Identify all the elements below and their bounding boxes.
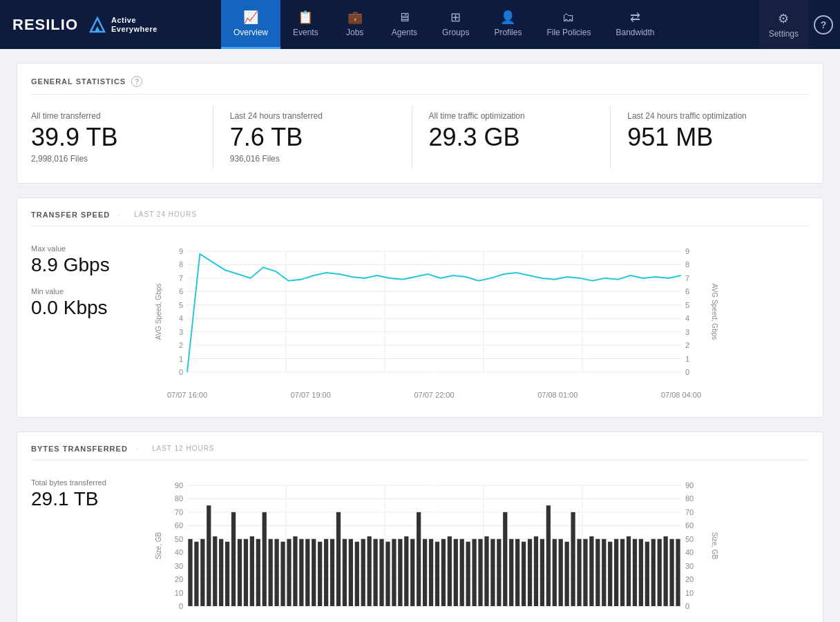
general-stats-section: GENERAL STATISTICS ? All time transferre… bbox=[17, 63, 823, 184]
stat-value-0: 39.9 TB bbox=[31, 124, 196, 151]
stat-value-3: 951 MB bbox=[627, 124, 792, 151]
events-icon: 📋 bbox=[298, 10, 313, 25]
nav-item-bandwidth[interactable]: ⇄Bandwidth bbox=[603, 0, 667, 49]
stats-grid: All time transferred 39.9 TB 2,998,016 F… bbox=[31, 106, 809, 169]
bandwidth-icon: ⇄ bbox=[630, 10, 640, 25]
groups-icon: ⊞ bbox=[450, 10, 461, 25]
stat-block-0: All time transferred 39.9 TB 2,998,016 F… bbox=[31, 106, 213, 169]
overview-icon: 📈 bbox=[243, 10, 258, 25]
brand: RESILIO Active Everywhere bbox=[0, 15, 221, 35]
brand-everywhere: Everywhere bbox=[111, 25, 158, 33]
bytes-transferred-title: BYTES TRANSFERRED bbox=[31, 445, 128, 453]
transfer-speed-section: TRANSFER SPEED · LAST 24 HOURS Max value… bbox=[17, 197, 823, 418]
transfer-speed-subtitle: LAST 24 HOURS bbox=[134, 211, 197, 218]
stat-value-2: 29.3 GB bbox=[429, 124, 594, 151]
brand-logo: Active Everywhere bbox=[88, 15, 158, 35]
stat-sub-1: 936,016 Files bbox=[230, 154, 395, 164]
settings-nav-item[interactable]: ⚙ Settings bbox=[759, 0, 808, 49]
nav-item-overview[interactable]: 📈Overview bbox=[221, 0, 280, 49]
nav-item-events[interactable]: 📋Events bbox=[280, 0, 331, 49]
stat-value-1: 7.6 TB bbox=[230, 124, 395, 151]
brand-name: RESILIO bbox=[12, 16, 78, 34]
stat-label-0: All time transferred bbox=[31, 111, 196, 121]
min-value: 0.0 Kbps bbox=[31, 297, 142, 319]
stat-sub-0: 2,998,016 Files bbox=[31, 154, 196, 164]
max-value: 8.9 Gbps bbox=[31, 254, 142, 276]
nav-item-filepolicies[interactable]: 🗂File Policies bbox=[534, 0, 603, 49]
transfer-speed-chart-wrapper bbox=[153, 237, 809, 403]
bytes-transferred-chart-container: Total bytes transferred 29.1 TB bbox=[31, 472, 809, 622]
stat-label-1: Last 24 hours transferred bbox=[230, 111, 395, 121]
nav-item-agents[interactable]: 🖥Agents bbox=[379, 0, 430, 49]
nav-item-profiles[interactable]: 👤Profiles bbox=[481, 0, 534, 49]
brand-active: Active bbox=[111, 16, 158, 24]
general-stats-title: GENERAL STATISTICS bbox=[31, 77, 126, 86]
jobs-icon: 💼 bbox=[347, 10, 363, 25]
transfer-speed-canvas bbox=[153, 237, 719, 403]
bytes-transferred-subtitle: LAST 12 HOURS bbox=[152, 445, 215, 452]
total-value: 29.1 TB bbox=[31, 488, 142, 510]
settings-label: Settings bbox=[769, 29, 799, 39]
max-label: Max value bbox=[31, 244, 142, 253]
svg-marker-1 bbox=[95, 26, 100, 32]
navbar-right: ⚙ Settings ? bbox=[759, 0, 840, 49]
transfer-speed-title: TRANSFER SPEED bbox=[31, 211, 110, 219]
nav-item-jobs[interactable]: 💼Jobs bbox=[331, 0, 379, 49]
stat-block-1: Last 24 hours transferred 7.6 TB 936,016… bbox=[213, 106, 412, 169]
settings-icon: ⚙ bbox=[778, 11, 789, 26]
transfer-speed-legend: Max value 8.9 Gbps Min value 0.0 Kbps bbox=[31, 237, 142, 330]
general-stats-header: GENERAL STATISTICS ? bbox=[31, 76, 809, 95]
profiles-icon: 👤 bbox=[500, 10, 515, 25]
nav-item-groups[interactable]: ⊞Groups bbox=[430, 0, 481, 49]
main-nav: 📈Overview📋Events💼Jobs🖥Agents⊞Groups👤Prof… bbox=[221, 0, 759, 49]
brand-sub: Active Everywhere bbox=[111, 16, 158, 32]
transfer-speed-chart-container: Max value 8.9 Gbps Min value 0.0 Kbps bbox=[31, 237, 809, 403]
bytes-transferred-canvas bbox=[153, 472, 719, 622]
agents-icon: 🖥 bbox=[398, 10, 410, 25]
bytes-transferred-legend: Total bytes transferred 29.1 TB bbox=[31, 472, 142, 521]
stat-block-2: All time traffic optimization 29.3 GB bbox=[412, 106, 611, 169]
stat-block-3: Last 24 hours traffic optimization 951 M… bbox=[610, 106, 809, 169]
total-label: Total bytes transferred bbox=[31, 478, 142, 487]
navbar: RESILIO Active Everywhere 📈Overview📋Even… bbox=[0, 0, 840, 49]
bytes-transferred-chart-wrapper bbox=[153, 472, 809, 622]
brand-icon bbox=[88, 15, 107, 35]
transfer-speed-header: TRANSFER SPEED · LAST 24 HOURS bbox=[31, 211, 809, 226]
bytes-transferred-header: BYTES TRANSFERRED · LAST 12 HOURS bbox=[31, 445, 809, 460]
general-stats-help[interactable]: ? bbox=[131, 76, 142, 87]
bytes-transferred-section: BYTES TRANSFERRED · LAST 12 HOURS Total … bbox=[17, 431, 823, 622]
filepolicies-icon: 🗂 bbox=[562, 10, 575, 25]
stat-label-3: Last 24 hours traffic optimization bbox=[627, 111, 792, 121]
min-label: Min value bbox=[31, 287, 142, 295]
help-button[interactable]: ? bbox=[814, 15, 833, 35]
main-content: GENERAL STATISTICS ? All time transferre… bbox=[0, 49, 840, 622]
stat-label-2: All time traffic optimization bbox=[429, 111, 594, 121]
